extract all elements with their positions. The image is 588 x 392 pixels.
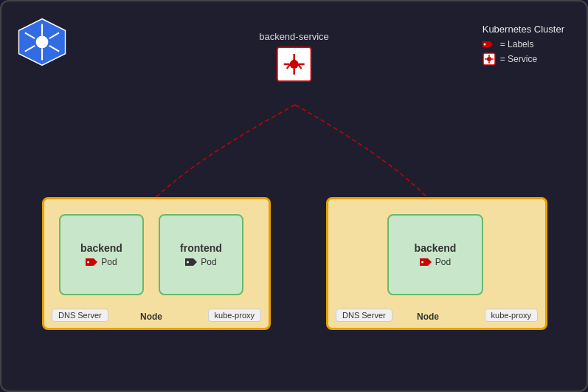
svg-point-28 — [421, 261, 423, 264]
pod-backend-node2-name: backend — [415, 242, 457, 254]
red-tag-icon-2 — [420, 257, 433, 267]
service-container: backend-service — [259, 31, 329, 82]
node2-label: Node — [417, 312, 439, 322]
pod-backend-node2-badge: Pod — [420, 257, 451, 267]
red-tag-icon-1 — [86, 257, 99, 267]
legend-labels-text: = Labels — [500, 39, 534, 49]
node2-proxy-label: kube-proxy — [485, 309, 538, 322]
node2-box: backend Pod DNS Server Node kube-proxy — [326, 197, 547, 330]
pod-frontend-node1: frontend Pod — [159, 214, 243, 295]
node2-dns-label: DNS Server — [336, 309, 392, 322]
pod-backend-node2: backend Pod — [387, 214, 483, 295]
service-name-label: backend-service — [259, 31, 329, 42]
service-legend-icon — [482, 52, 496, 66]
node1-label: Node — [140, 312, 162, 322]
main-container: Kubernetes Cluster = Labels = Service ba… — [0, 0, 588, 392]
svg-point-26 — [187, 261, 189, 264]
legend-service-item: = Service — [482, 52, 564, 66]
legend-service-text: = Service — [500, 54, 537, 64]
pod-backend-node1: backend Pod — [59, 214, 144, 295]
pod-backend-badge: Pod — [86, 257, 117, 267]
service-icon — [277, 47, 312, 82]
label-tag-icon — [482, 39, 496, 49]
legend-title: Kubernetes Cluster — [482, 24, 564, 35]
pod-frontend-name: frontend — [180, 242, 222, 254]
svg-point-1 — [36, 36, 49, 49]
svg-point-24 — [87, 261, 89, 264]
legend: Kubernetes Cluster = Labels = Service — [482, 24, 564, 69]
dark-tag-icon-1 — [185, 257, 198, 267]
svg-point-9 — [483, 44, 485, 46]
node1-dns-label: DNS Server — [52, 309, 108, 322]
kubernetes-logo — [16, 16, 68, 68]
node1-proxy-label: kube-proxy — [208, 309, 261, 322]
node1-box: backend Pod frontend Pod DNS Server — [42, 197, 271, 330]
legend-labels-item: = Labels — [482, 39, 564, 49]
pod-backend-name: backend — [80, 242, 122, 254]
svg-point-11 — [487, 57, 491, 61]
pod-frontend-badge: Pod — [185, 257, 216, 267]
